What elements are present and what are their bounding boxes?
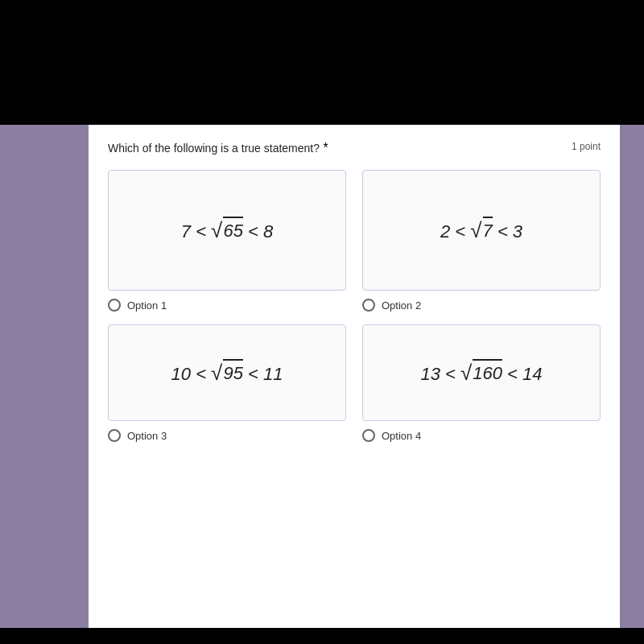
sqrt-95: √95 [211, 359, 243, 386]
question-text: Which of the following is a true stateme… [108, 141, 328, 155]
options-grid: 7 < √65 < 8 Option 1 2 < √7 < 3 Optio [108, 170, 601, 442]
sqrt-7: √7 [470, 217, 493, 244]
option-block-1: 7 < √65 < 8 Option 1 [108, 170, 346, 312]
radicand-4: 160 [473, 359, 502, 386]
black-bottom-bar [0, 628, 644, 644]
option-label-3[interactable]: Option 3 [108, 429, 167, 442]
radio-3[interactable] [108, 429, 121, 442]
sqrt-sign-1: √ [211, 220, 222, 241]
screen: Which of the following is a true stateme… [0, 0, 644, 644]
option-box-4[interactable]: 13 < √160 < 14 [362, 324, 601, 421]
sqrt-sign-2: √ [470, 220, 481, 241]
sqrt-sign-4: √ [460, 362, 472, 383]
radio-2[interactable] [362, 299, 375, 312]
question-label: Which of the following is a true stateme… [108, 142, 320, 155]
option-block-4: 13 < √160 < 14 Option 4 [362, 324, 601, 442]
math-expr-1: 7 < √65 < 8 [181, 217, 273, 245]
option-box-3[interactable]: 10 < √95 < 11 [108, 324, 346, 421]
math-expr-4: 13 < √160 < 14 [420, 359, 542, 387]
sqrt-sign-3: √ [211, 362, 222, 383]
option-box-2[interactable]: 2 < √7 < 3 [362, 170, 601, 291]
math-expr-3: 10 < √95 < 11 [171, 359, 283, 387]
required-marker: * [320, 141, 328, 155]
option-text-3: Option 3 [127, 430, 167, 442]
option-label-2[interactable]: Option 2 [362, 299, 421, 312]
option-text-2: Option 2 [382, 299, 421, 312]
option-text-4: Option 4 [382, 430, 421, 442]
sqrt-160: √160 [460, 359, 502, 386]
math-expr-2: 2 < √7 < 3 [440, 217, 522, 245]
black-top-bar [0, 0, 644, 125]
quiz-card: Which of the following is a true stateme… [89, 125, 620, 628]
option-label-1[interactable]: Option 1 [108, 299, 167, 312]
option-label-4[interactable]: Option 4 [362, 429, 421, 442]
option-block-2: 2 < √7 < 3 Option 2 [362, 170, 601, 312]
radio-1[interactable] [108, 299, 121, 312]
option-box-1[interactable]: 7 < √65 < 8 [108, 170, 346, 291]
points-label: 1 point [572, 141, 601, 152]
option-text-1: Option 1 [127, 299, 167, 312]
option-block-3: 10 < √95 < 11 Option 3 [108, 324, 346, 442]
radicand-1: 65 [223, 217, 242, 244]
radio-4[interactable] [362, 429, 375, 442]
question-header: Which of the following is a true stateme… [108, 141, 601, 155]
radicand-2: 7 [483, 217, 493, 244]
sqrt-65: √65 [211, 217, 243, 244]
radicand-3: 95 [223, 359, 242, 386]
